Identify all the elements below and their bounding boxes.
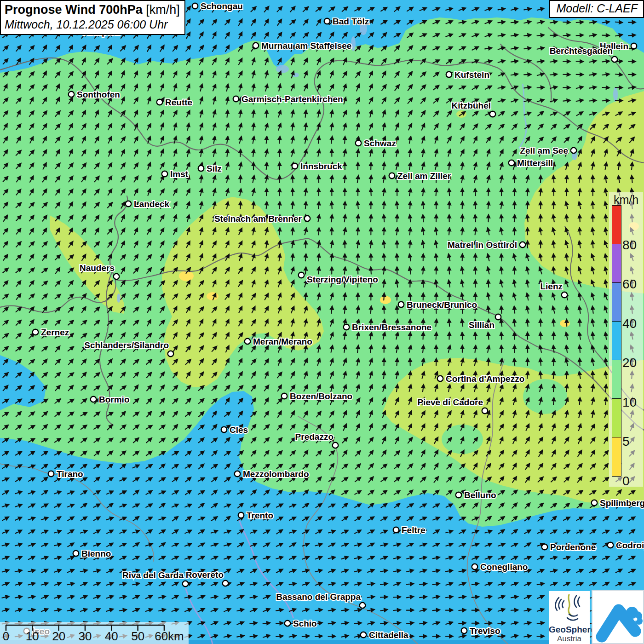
city: Zell am See	[520, 146, 576, 155]
city-label: Imst	[170, 169, 189, 179]
city-label: Kitzbühel	[452, 101, 491, 110]
city-marker	[198, 166, 204, 172]
region-yellow-patch-3	[380, 296, 391, 304]
legend-segment	[612, 205, 621, 245]
city-marker	[509, 160, 515, 166]
city-marker	[91, 397, 97, 402]
city-marker	[285, 621, 291, 627]
city: Bozen/Bolzano	[282, 391, 352, 401]
city-marker	[562, 292, 568, 298]
city-marker	[456, 492, 462, 498]
city-label: Spilimbergo	[600, 498, 644, 508]
city-label: Bozen/Bolzano	[290, 391, 352, 401]
city-label: Conegliano	[480, 562, 528, 572]
city-marker	[157, 99, 163, 105]
map-scale-bar: 0102030405060km	[0, 622, 189, 644]
city-marker	[245, 339, 251, 345]
city: Zell am Ziller	[389, 171, 451, 181]
region-yellow-patch-4	[560, 320, 570, 327]
city-label: Treviso	[470, 626, 500, 636]
city-label: Cittadella	[369, 630, 408, 640]
city-marker	[356, 140, 362, 146]
city-marker	[398, 302, 404, 308]
legend-tick-label: 60	[622, 277, 637, 292]
city-label: Bruneck/Brunico	[407, 300, 477, 310]
city-label: Zell am Ziller	[397, 171, 451, 181]
legend-segment	[612, 282, 621, 322]
city-label: Predazzo	[295, 432, 334, 442]
partner-logo-box	[592, 590, 644, 644]
forecast-title-unit: [km/h]	[143, 3, 180, 17]
city-marker	[592, 500, 598, 506]
legend-tick-label: 5	[622, 434, 630, 449]
city-label: Innsbruck	[300, 161, 342, 171]
legend-tick-label: 10	[622, 395, 637, 410]
city-label: Landeck	[134, 199, 170, 209]
city-label: Riva del Garda	[122, 570, 184, 580]
city-marker	[282, 393, 288, 399]
city-marker	[333, 443, 339, 448]
city-marker	[73, 551, 79, 557]
city-marker	[490, 111, 496, 117]
city-marker	[223, 581, 229, 586]
city-marker	[238, 512, 244, 518]
city-label: Berchtesgaden	[550, 46, 613, 56]
legend-color-bar	[612, 206, 621, 477]
scale-number: 60km	[155, 629, 184, 643]
model-label-box: Modell: C-LAEF	[549, 0, 644, 18]
city-label: Steinach am Brenner	[214, 214, 302, 224]
city-label: Bormio	[99, 395, 130, 404]
city-label: Pordenone	[550, 542, 596, 552]
forecast-title: Prognose Wind 700hPa [km/h]	[5, 3, 180, 17]
city-marker	[631, 43, 637, 49]
scale-ruler: 0102030405060km	[0, 622, 189, 644]
weather-map-page: SchongauBad TölzKemptenMurnau am Staffel…	[0, 0, 644, 644]
city: Bruneck/Brunico	[398, 300, 477, 310]
scale-number: 10	[26, 629, 39, 643]
city-marker	[360, 603, 366, 609]
city-marker	[393, 527, 399, 533]
city-marker	[472, 564, 478, 570]
city-marker	[495, 314, 501, 320]
lake-koenigssee	[613, 87, 618, 102]
city-label: Garmisch-Partenkirchen	[242, 94, 343, 104]
city-marker	[162, 171, 168, 177]
city: Murnau am Staffelsee	[253, 41, 352, 51]
city-marker	[612, 57, 618, 63]
city-marker	[192, 3, 198, 9]
city-marker	[233, 96, 239, 102]
city-marker	[221, 427, 227, 433]
model-label: Modell: C-LAEF	[557, 2, 638, 15]
scale-number: 30	[79, 629, 92, 643]
city-label: Tirano	[57, 469, 83, 479]
city-marker	[253, 43, 259, 49]
city: Conegliano	[472, 562, 528, 572]
city-label: Cles	[230, 425, 248, 435]
city-label: Reutte	[165, 98, 192, 107]
city: Garmisch-Partenkirchen	[233, 94, 343, 104]
city-marker	[183, 581, 189, 587]
city-label: Mittersill	[517, 158, 553, 168]
city-label: Sterzing/Vipiteno	[307, 275, 378, 284]
city-label: Schongau	[201, 1, 243, 11]
city-label: Sillian	[469, 320, 494, 330]
city-marker	[48, 471, 54, 477]
city: Steinach am Brenner	[214, 214, 310, 224]
scale-number: 50	[131, 629, 144, 643]
city-marker	[461, 628, 467, 634]
legend-segment	[612, 360, 621, 399]
region-yellow-patch-2	[207, 292, 218, 300]
legend-tick-label: 0	[622, 474, 630, 489]
city: Brixen/Bressanone	[344, 322, 431, 332]
city-marker	[168, 351, 174, 357]
city-marker	[305, 216, 310, 222]
city-label: Schio	[293, 619, 317, 628]
mountain-cloud-icon	[592, 591, 643, 643]
legend-tick-label: 20	[622, 356, 637, 370]
city-label: Zell am See	[520, 146, 568, 155]
city-label: Bad Tölz	[333, 17, 369, 26]
scale-number: 20	[52, 629, 65, 643]
city: Mezzolombardo	[235, 469, 309, 479]
city-label: Pieve di Cadore	[417, 397, 483, 407]
city-marker	[608, 542, 614, 548]
